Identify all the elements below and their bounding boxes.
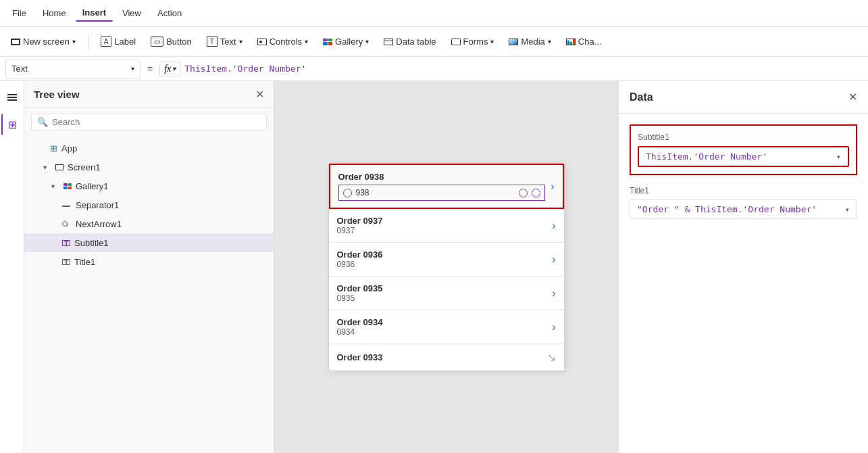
gallery-item-title-4: Order 0934 (337, 317, 553, 327)
hamburger-button[interactable] (1, 87, 23, 108)
nextarrow-icon: › (62, 220, 72, 228)
layers-icon: ⊞ (8, 118, 17, 131)
handle-left[interactable] (343, 189, 352, 197)
media-chevron: ▾ (548, 38, 551, 45)
data-panel: Data ✕ Subtitle1 ThisItem.'Order Number'… (618, 81, 868, 453)
title1-dropdown[interactable]: "Order " & ThisItem.'Order Number' ▾ (630, 199, 857, 219)
gallery-arrow-5: ↘ (547, 351, 556, 364)
gallery-item-2[interactable]: Order 0936 0936 › (329, 243, 564, 277)
tree-title: Tree view (34, 89, 80, 100)
gallery-item-title-5: Order 0933 (337, 352, 547, 362)
button-button[interactable]: ▭ Button (145, 34, 197, 49)
tree-close-button[interactable]: ✕ (255, 88, 264, 101)
tree-items: ⊞ App ▾ Screen1 ▾ Gallery1 (24, 136, 274, 453)
tree-item-nextarrow1[interactable]: › NextArrow1 (24, 214, 274, 233)
title1-chevron-icon: ▾ (845, 205, 850, 214)
data-table-button[interactable]: Data table (378, 34, 441, 49)
app-icon: ⊞ (50, 143, 57, 153)
forms-chevron: ▾ (490, 38, 494, 45)
layers-button[interactable]: ⊞ (1, 114, 23, 135)
forms-button[interactable]: Forms ▾ (446, 34, 500, 49)
icon-sidebar: ⊞ (0, 81, 24, 453)
charts-button[interactable]: Cha... (561, 34, 607, 49)
media-button[interactable]: Media ▾ (503, 34, 556, 49)
gallery-item-1[interactable]: Order 0937 0937 › (329, 209, 564, 243)
fx-button[interactable]: fx ▾ (159, 62, 180, 76)
new-screen-icon (11, 39, 20, 45)
gallery-item-title-2: Order 0936 (337, 249, 553, 260)
gallery-chevron: ▾ (365, 38, 369, 45)
gallery-arrow-0: › (551, 181, 554, 193)
controls-icon (257, 39, 267, 45)
tree-label-nextarrow1: NextArrow1 (76, 219, 122, 229)
tree-item-screen1[interactable]: ▾ Screen1 (24, 158, 274, 176)
gallery-item-subtitle-3: 0935 (337, 293, 553, 303)
canvas-area: Order 0938 938 › Order 0937 0937 (274, 81, 618, 453)
gallery-item-title-1: Order 0937 (337, 216, 553, 226)
handle-right[interactable] (532, 189, 540, 197)
tree-item-separator1[interactable]: Separator1 (24, 195, 274, 214)
gallery-item-title-0: Order 0938 (338, 172, 546, 182)
text-chevron: ▾ (239, 38, 242, 45)
menu-action[interactable]: Action (151, 5, 188, 21)
handle-mid[interactable] (519, 189, 528, 197)
data-panel-title: Data (630, 91, 653, 103)
tree-item-subtitle1[interactable]: T Subtitle1 (24, 233, 274, 252)
button-icon: ▭ (151, 37, 163, 47)
gallery-tree-icon (63, 183, 72, 189)
menu-file[interactable]: File (5, 5, 33, 21)
tree-label-gallery1: Gallery1 (76, 181, 108, 191)
data-panel-close-button[interactable]: ✕ (848, 91, 857, 103)
gallery-item-subtitle-4: 0934 (337, 327, 553, 337)
subtitle-edit-row: 938 (338, 185, 546, 201)
screen-icon (55, 164, 63, 170)
subtitle1-dropdown[interactable]: ThisItem.'Order Number' ▾ (638, 146, 849, 167)
hamburger-icon (7, 94, 17, 101)
menu-view[interactable]: View (116, 5, 148, 21)
tree-item-title1[interactable]: T Title1 (24, 252, 274, 271)
media-icon (509, 39, 518, 45)
gallery-arrow-3: › (552, 287, 555, 300)
search-input[interactable] (52, 117, 261, 127)
tree-expand-gallery1: ▾ (51, 183, 59, 190)
new-screen-button[interactable]: New screen ▾ (5, 34, 81, 49)
subtitle-edit-text[interactable]: 938 (356, 188, 515, 197)
property-chevron-icon: ▾ (131, 65, 134, 72)
gallery-item-3[interactable]: Order 0935 0935 › (329, 277, 564, 310)
property-dropdown[interactable]: Text ▾ (5, 59, 141, 78)
menu-home[interactable]: Home (36, 5, 73, 21)
tree-item-gallery1[interactable]: ▾ Gallery1 (24, 176, 274, 195)
gallery-arrow-1: › (552, 220, 555, 232)
menu-insert[interactable]: Insert (76, 5, 113, 22)
data-panel-header: Data ✕ (619, 81, 868, 114)
menu-bar: File Home Insert View Action (0, 0, 868, 27)
gallery-item-title-3: Order 0935 (337, 283, 553, 293)
tree-expand-screen1: ▾ (43, 164, 51, 171)
tree-label-title1: Title1 (74, 257, 95, 267)
tree-label-subtitle1: Subtitle1 (74, 238, 109, 248)
gallery-item-4[interactable]: Order 0934 0934 › (329, 310, 564, 344)
gallery-button[interactable]: Gallery ▾ (317, 34, 374, 49)
property-value: Text (11, 64, 28, 74)
subtitle1-chevron-icon: ▾ (836, 152, 841, 162)
controls-chevron: ▾ (305, 38, 308, 45)
text-button[interactable]: T Text ▾ (201, 34, 248, 49)
tree-item-app[interactable]: ⊞ App (24, 139, 274, 158)
subtitle-icon: T (62, 240, 70, 246)
title1-field: Title1 "Order " & ThisItem.'Order Number… (630, 186, 857, 219)
tree-header: Tree view ✕ (24, 81, 274, 108)
title1-value: "Order " & ThisItem.'Order Number' (637, 204, 817, 214)
controls-button[interactable]: Controls ▾ (252, 34, 313, 49)
gallery-arrow-4: › (552, 321, 555, 333)
toolbar-separator-1 (88, 34, 88, 50)
search-icon: 🔍 (37, 117, 48, 127)
gallery-item-0[interactable]: Order 0938 938 › (329, 164, 564, 209)
formula-input[interactable] (184, 64, 863, 74)
tree-panel: Tree view ✕ 🔍 ⊞ App ▾ Screen1 ▾ (24, 81, 274, 453)
label-button[interactable]: A Label (95, 34, 141, 49)
equals-sign: = (145, 64, 155, 74)
gallery-item-5[interactable]: Order 0933 ↘ (329, 344, 564, 371)
gallery-widget: Order 0938 938 › Order 0937 0937 (328, 163, 565, 371)
gallery-item-subtitle-2: 0936 (337, 260, 553, 269)
forms-icon (451, 39, 461, 45)
